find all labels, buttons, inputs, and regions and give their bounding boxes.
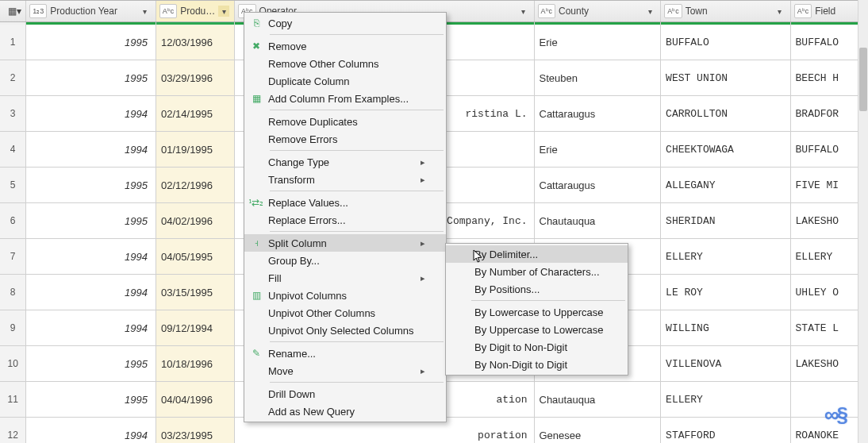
cell-field[interactable]: BEECH H — [791, 60, 868, 95]
menu-item[interactable]: Replace Errors... — [244, 211, 446, 229]
cell-town[interactable]: CHEEKTOWAGA — [661, 132, 790, 167]
menu-item[interactable]: Add as New Query — [244, 403, 446, 420]
row-number[interactable]: 2 — [0, 60, 26, 95]
cell-date[interactable]: 12/03/1996 — [156, 25, 235, 60]
cell-year[interactable]: 1995 — [26, 203, 156, 238]
cell-town[interactable]: BUFFALO — [661, 25, 790, 60]
row-number[interactable]: 3 — [0, 96, 26, 131]
menu-item[interactable]: ✎Rename... — [244, 345, 446, 362]
row-number[interactable]: 11 — [0, 382, 26, 417]
row-number[interactable]: 1 — [0, 25, 26, 60]
menu-item[interactable]: Remove Duplicates — [244, 113, 446, 130]
row-number[interactable]: 5 — [0, 168, 26, 202]
row-number[interactable]: 10 — [0, 346, 26, 381]
cell-date[interactable]: 01/19/1995 — [156, 132, 235, 167]
cell-county[interactable]: Erie — [535, 132, 662, 167]
split-column-submenu[interactable]: By Delimiter...By Number of Characters..… — [445, 243, 628, 376]
cell-year[interactable]: 1994 — [26, 132, 156, 167]
cell-year[interactable]: 1994 — [26, 239, 156, 274]
submenu-item[interactable]: By Delimiter... — [446, 245, 628, 263]
row-number[interactable]: 6 — [0, 203, 26, 238]
menu-item[interactable]: Fill — [244, 269, 446, 287]
menu-item[interactable]: ¹⇄₂Replace Values... — [244, 194, 446, 211]
submenu-item[interactable]: By Positions... — [446, 280, 628, 298]
cell-date[interactable]: 03/29/1996 — [156, 60, 235, 95]
cell-town[interactable]: WILLING — [661, 310, 790, 345]
cell-field[interactable] — [791, 382, 868, 417]
cell-field[interactable]: BRADFOR — [791, 96, 868, 131]
row-number[interactable]: 8 — [0, 275, 26, 310]
menu-item[interactable]: Unpivot Only Selected Columns — [244, 322, 446, 339]
cell-year[interactable]: 1994 — [26, 310, 156, 345]
cell-county[interactable]: Chautauqua — [535, 382, 662, 417]
cell-field[interactable]: STATE L — [791, 310, 868, 345]
cell-year[interactable]: 1995 — [26, 382, 156, 417]
cell-year[interactable]: 1995 — [26, 346, 156, 381]
cell-county[interactable]: Cattaraugus — [535, 96, 662, 131]
cell-town[interactable]: SHERIDAN — [661, 203, 790, 238]
column-header-town[interactable]: Aᵇc Town ▾ — [661, 1, 791, 21]
menu-item[interactable]: ⫞Split Column — [244, 234, 446, 252]
filter-icon[interactable]: ▾ — [218, 6, 229, 17]
filter-icon[interactable]: ▾ — [774, 6, 785, 17]
menu-item[interactable]: Remove Errors — [244, 130, 446, 148]
menu-item[interactable]: Duplicate Column — [244, 72, 446, 90]
menu-item[interactable]: ▦Add Column From Examples... — [244, 90, 446, 107]
cell-town[interactable]: VILLENOVA — [661, 346, 790, 381]
cell-town[interactable]: STAFFORD — [661, 418, 790, 443]
menu-item[interactable]: Remove Other Columns — [244, 55, 446, 72]
menu-item[interactable]: Move — [244, 362, 446, 379]
cell-county[interactable]: Erie — [535, 25, 662, 60]
cell-county[interactable]: Genesee — [535, 418, 662, 443]
submenu-item[interactable]: By Number of Characters... — [446, 263, 628, 280]
cell-county[interactable]: Chautauqua — [535, 203, 662, 238]
select-all-corner[interactable]: ▦▾ — [0, 1, 26, 21]
column-header-date-entered[interactable]: Aᵇc Production Date Entered ▾ — [156, 1, 235, 21]
cell-town[interactable]: LE ROY — [661, 275, 790, 310]
filter-icon[interactable]: ▾ — [518, 6, 529, 17]
cell-date[interactable]: 03/23/1995 — [156, 418, 235, 443]
cell-town[interactable]: ELLERY — [661, 239, 790, 274]
cell-field[interactable]: FIVE MI — [791, 168, 868, 202]
submenu-item[interactable]: By Lowercase to Uppercase — [446, 303, 628, 321]
column-context-menu[interactable]: ⎘Copy✖RemoveRemove Other ColumnsDuplicat… — [244, 12, 447, 422]
submenu-item[interactable]: By Digit to Non-Digit — [446, 338, 628, 356]
row-number[interactable]: 9 — [0, 310, 26, 345]
cell-field[interactable]: ELLERY — [791, 239, 868, 274]
cell-field[interactable]: BUFFALO — [791, 132, 868, 167]
cell-year[interactable]: 1995 — [26, 60, 156, 95]
cell-date[interactable]: 02/14/1995 — [156, 96, 235, 131]
cell-year[interactable]: 1994 — [26, 275, 156, 310]
cell-town[interactable]: WEST UNION — [661, 60, 790, 95]
cell-year[interactable]: 1995 — [26, 25, 156, 60]
column-header-county[interactable]: Aᵇc County ▾ — [535, 1, 662, 21]
submenu-item[interactable]: By Non-Digit to Digit — [446, 356, 628, 373]
menu-item[interactable]: Change Type — [244, 153, 446, 171]
scrollbar-thumb[interactable] — [859, 48, 867, 111]
menu-item[interactable]: ⎘Copy — [244, 14, 446, 32]
cell-date[interactable]: 02/12/1996 — [156, 168, 235, 202]
row-number[interactable]: 4 — [0, 132, 26, 167]
menu-item[interactable]: Transform — [244, 171, 446, 188]
column-header-year[interactable]: 1₂3 Production Year ▾ — [26, 1, 156, 21]
column-header-field[interactable]: Aᵇc Field — [791, 1, 868, 21]
cell-date[interactable]: 10/18/1996 — [156, 346, 235, 381]
cell-field[interactable]: ROANOKE — [791, 418, 868, 443]
cell-date[interactable]: 04/05/1995 — [156, 239, 235, 274]
menu-item[interactable]: Drill Down — [244, 385, 446, 403]
cell-field[interactable]: LAKESHO — [791, 346, 868, 381]
cell-date[interactable]: 09/12/1994 — [156, 310, 235, 345]
row-number[interactable]: 7 — [0, 239, 26, 274]
cell-town[interactable]: ALLEGANY — [661, 168, 790, 202]
cell-town[interactable]: CARROLLTON — [661, 96, 790, 131]
cell-year[interactable]: 1995 — [26, 168, 156, 202]
cell-date[interactable]: 04/04/1996 — [156, 382, 235, 417]
filter-icon[interactable]: ▾ — [140, 6, 151, 17]
cell-county[interactable]: Steuben — [535, 60, 662, 95]
cell-field[interactable]: LAKESHO — [791, 203, 868, 238]
menu-item[interactable]: ▥Unpivot Columns — [244, 287, 446, 304]
cell-field[interactable]: BUFFALO — [791, 25, 868, 60]
cell-date[interactable]: 03/15/1995 — [156, 275, 235, 310]
vertical-scrollbar[interactable] — [858, 0, 868, 443]
menu-item[interactable]: Unpivot Other Columns — [244, 304, 446, 322]
